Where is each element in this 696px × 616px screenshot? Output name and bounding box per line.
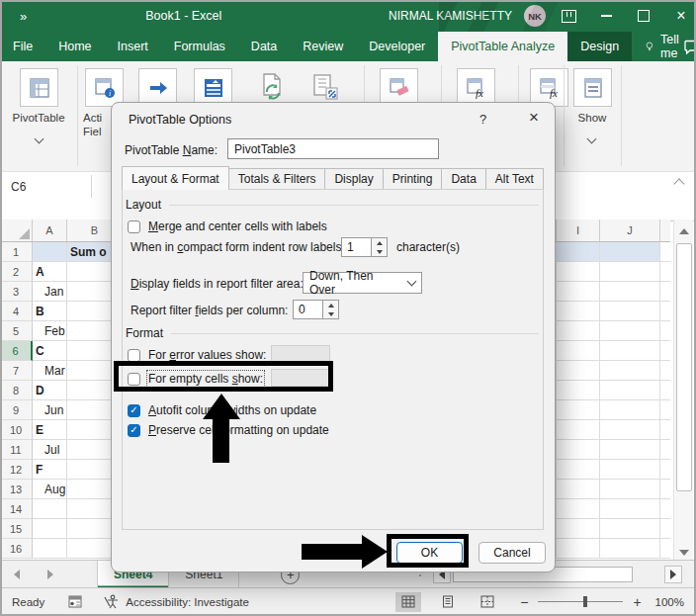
view-page-break-button[interactable] xyxy=(475,592,500,612)
cell-j10[interactable] xyxy=(600,420,660,440)
scroll-down-arrow[interactable] xyxy=(675,544,692,561)
cell-j2[interactable] xyxy=(600,262,660,282)
dialog-tab-layout-format[interactable]: Layout & Format xyxy=(122,166,229,190)
indent-spin-down[interactable] xyxy=(372,247,387,256)
cell-j13[interactable] xyxy=(600,480,660,499)
hscroll-right-arrow[interactable] xyxy=(664,566,682,583)
row-header-14[interactable]: 14 xyxy=(0,499,33,519)
indent-value[interactable]: 1 xyxy=(341,237,372,257)
dialog-tab-alt-text[interactable]: Alt Text xyxy=(485,168,544,190)
dialog-tab-display[interactable]: Display xyxy=(324,168,383,190)
row-header-4[interactable]: 4 xyxy=(0,302,33,321)
row-header-5[interactable]: 5 xyxy=(0,321,33,341)
row-header-7[interactable]: 7 xyxy=(0,361,33,381)
column-header-a[interactable]: A xyxy=(33,220,67,242)
name-box[interactable]: C6 xyxy=(2,175,92,198)
cell-a12[interactable]: F xyxy=(33,460,67,480)
cell-j3[interactable] xyxy=(600,282,660,302)
cell-a11[interactable]: Jul xyxy=(33,440,67,460)
tab-file[interactable]: File xyxy=(0,32,45,61)
row-header-13[interactable]: 13 xyxy=(0,480,33,499)
cell-j8[interactable] xyxy=(600,381,660,400)
checkbox-merge-cells[interactable] xyxy=(128,220,140,233)
expand-formula-bar-icon[interactable] xyxy=(675,179,685,186)
cell-j1[interactable] xyxy=(600,242,660,262)
tell-me[interactable]: Tell me xyxy=(646,32,684,61)
show-button-label[interactable]: Show xyxy=(569,111,615,125)
cell-i10[interactable] xyxy=(557,420,600,440)
indent-spin-up[interactable] xyxy=(372,238,387,247)
row-header-9[interactable]: 9 xyxy=(0,400,33,420)
cell-i2[interactable] xyxy=(557,262,600,282)
cell-a7[interactable]: Mar xyxy=(33,361,67,381)
sheet-nav-right[interactable] xyxy=(34,561,67,588)
cell-j14[interactable] xyxy=(600,499,660,519)
select-all-corner[interactable] xyxy=(0,220,33,242)
cell-a14[interactable] xyxy=(33,499,67,519)
ribbon-button-pivottable[interactable] xyxy=(20,68,58,107)
checkbox-autofit[interactable]: ✓ xyxy=(128,404,140,417)
cell-a16[interactable] xyxy=(33,539,67,559)
cell-a13[interactable]: Aug xyxy=(33,480,67,499)
comment-icon[interactable] xyxy=(684,32,696,61)
report-filter-spin-up[interactable] xyxy=(323,301,338,309)
minimize-button[interactable] xyxy=(591,1,621,31)
cell-i14[interactable] xyxy=(557,499,600,519)
empty-cells-input[interactable] xyxy=(271,369,330,387)
column-header-i[interactable]: I xyxy=(557,220,600,242)
row-header-15[interactable]: 15 xyxy=(0,519,33,539)
cell-j4[interactable] xyxy=(600,302,660,321)
cell-a4[interactable]: B xyxy=(33,302,67,321)
vertical-scrollbar-thumb[interactable] xyxy=(676,243,692,491)
cell-i1[interactable] xyxy=(557,242,600,262)
row-header-10[interactable]: 10 xyxy=(0,420,33,440)
ok-button[interactable]: OK xyxy=(396,542,463,564)
checkbox-error-values[interactable] xyxy=(128,349,140,362)
dialog-help-button[interactable]: ? xyxy=(479,112,486,127)
row-header-6[interactable]: 6 xyxy=(0,341,33,361)
tab-review[interactable]: Review xyxy=(290,32,356,61)
cell-a8[interactable]: D xyxy=(33,381,67,400)
pivottable-name-input[interactable]: PivotTable3 xyxy=(227,138,439,159)
row-header-16[interactable]: 16 xyxy=(0,539,33,559)
user-name[interactable]: NIRMAL KAMISHETTY xyxy=(389,9,512,23)
close-button[interactable]: × xyxy=(666,1,696,31)
zoom-in-button[interactable]: + xyxy=(633,594,641,610)
tab-formulas[interactable]: Formulas xyxy=(161,32,238,61)
cell-i9[interactable] xyxy=(557,400,600,420)
zoom-slider[interactable] xyxy=(538,601,623,602)
cell-j7[interactable] xyxy=(600,361,660,381)
view-normal-button[interactable] xyxy=(395,592,421,612)
sheet-nav-left[interactable] xyxy=(0,561,34,588)
tab-design[interactable]: Design xyxy=(567,32,632,61)
cell-j5[interactable] xyxy=(600,321,660,341)
zoom-level[interactable]: 100% xyxy=(655,596,684,608)
column-header-j[interactable]: J xyxy=(600,220,660,242)
ribbon-display-options-button[interactable] xyxy=(554,1,583,31)
cancel-button[interactable]: Cancel xyxy=(478,542,546,564)
maximize-button[interactable] xyxy=(629,1,658,31)
checkbox-preserve[interactable]: ✓ xyxy=(128,424,140,437)
zoom-slider-handle[interactable] xyxy=(583,596,587,607)
dialog-tab-totals-filters[interactable]: Totals & Filters xyxy=(228,168,326,190)
quick-access-icon[interactable]: » xyxy=(20,9,27,24)
cell-j9[interactable] xyxy=(600,400,660,420)
dialog-close-button[interactable]: × xyxy=(523,108,545,128)
cell-a15[interactable] xyxy=(33,519,67,539)
macro-record-icon[interactable] xyxy=(68,595,82,608)
row-header-11[interactable]: 11 xyxy=(0,440,33,460)
report-filter-spinner[interactable]: 0 xyxy=(293,300,339,319)
row-header-3[interactable]: 3 xyxy=(0,282,33,302)
ribbon-button-show[interactable] xyxy=(573,68,612,107)
ribbon-button-change-data-source[interactable] xyxy=(306,68,343,105)
row-header-1[interactable]: 1 xyxy=(0,242,33,262)
tab-home[interactable]: Home xyxy=(45,32,104,61)
display-fields-dropdown[interactable]: Down, Then Over xyxy=(303,272,422,294)
cell-a3[interactable]: Jan xyxy=(33,282,67,302)
cell-i13[interactable] xyxy=(557,480,600,499)
cell-j6[interactable] xyxy=(600,341,660,361)
vertical-scrollbar[interactable] xyxy=(673,220,693,564)
cell-j11[interactable] xyxy=(600,440,660,460)
cell-a5[interactable]: Feb xyxy=(33,321,67,341)
indent-spinner[interactable]: 1 xyxy=(341,237,388,257)
